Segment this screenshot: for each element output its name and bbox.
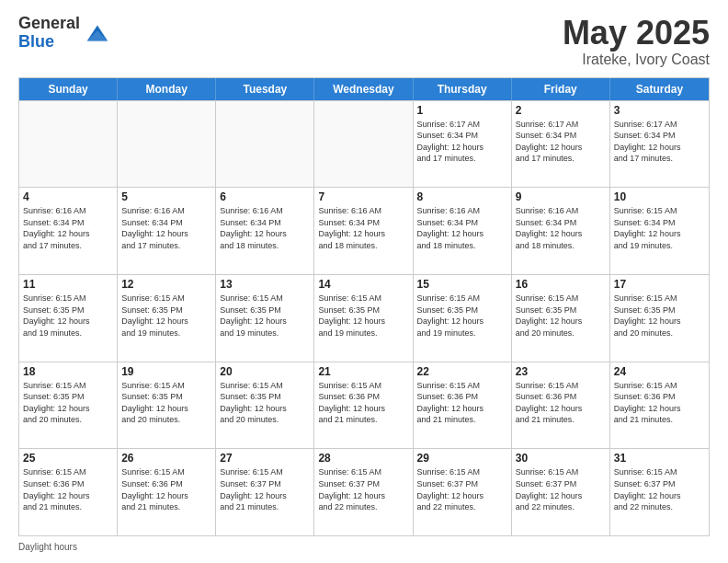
week-row-3: 11Sunrise: 6:15 AM Sunset: 6:35 PM Dayli… [19,274,709,362]
footer-text: Daylight hours [18,542,77,552]
day-number: 18 [23,365,113,378]
logo-text: General Blue [18,15,80,52]
cell-detail: Sunrise: 6:15 AM Sunset: 6:35 PM Dayligh… [121,293,211,339]
header-day-monday: Monday [118,78,216,100]
day-number: 26 [121,452,211,465]
day-number: 25 [23,452,113,465]
day-number: 23 [516,365,606,378]
day-number: 21 [318,365,408,378]
header-day-friday: Friday [512,78,610,100]
week-row-2: 4Sunrise: 6:16 AM Sunset: 6:34 PM Daylig… [19,187,709,274]
week-row-5: 25Sunrise: 6:15 AM Sunset: 6:36 PM Dayli… [19,448,709,535]
day-number: 10 [614,190,705,203]
cell-detail: Sunrise: 6:15 AM Sunset: 6:35 PM Dayligh… [23,380,113,426]
day-number: 2 [516,104,606,117]
week-row-1: 1Sunrise: 6:17 AM Sunset: 6:34 PM Daylig… [19,100,709,188]
cell-detail: Sunrise: 6:15 AM Sunset: 6:36 PM Dayligh… [318,380,408,426]
day-number: 8 [417,190,507,203]
cal-cell: 3Sunrise: 6:17 AM Sunset: 6:34 PM Daylig… [610,101,709,188]
page: General Blue May 2025 Irateke, Ivory Coa… [0,0,728,563]
day-number: 1 [417,104,507,117]
cal-cell: 31Sunrise: 6:15 AM Sunset: 6:37 PM Dayli… [610,449,709,535]
cal-cell: 10Sunrise: 6:15 AM Sunset: 6:34 PM Dayli… [610,188,709,274]
logo-blue: Blue [18,33,80,52]
cal-cell: 12Sunrise: 6:15 AM Sunset: 6:35 PM Dayli… [118,275,216,362]
cal-cell: 5Sunrise: 6:16 AM Sunset: 6:34 PM Daylig… [118,188,216,274]
cell-detail: Sunrise: 6:15 AM Sunset: 6:36 PM Dayligh… [516,380,606,426]
day-number: 24 [614,365,705,378]
cal-cell: 25Sunrise: 6:15 AM Sunset: 6:36 PM Dayli… [19,449,118,535]
cell-detail: Sunrise: 6:17 AM Sunset: 6:34 PM Dayligh… [516,119,606,165]
cell-detail: Sunrise: 6:16 AM Sunset: 6:34 PM Dayligh… [516,205,606,251]
day-number: 16 [516,278,606,291]
cal-cell [118,101,216,188]
cal-cell: 19Sunrise: 6:15 AM Sunset: 6:35 PM Dayli… [118,362,216,449]
cell-detail: Sunrise: 6:16 AM Sunset: 6:34 PM Dayligh… [318,205,408,251]
day-number: 30 [516,452,606,465]
cal-cell: 9Sunrise: 6:16 AM Sunset: 6:34 PM Daylig… [512,188,610,274]
cal-cell: 28Sunrise: 6:15 AM Sunset: 6:37 PM Dayli… [314,449,413,535]
header: General Blue May 2025 Irateke, Ivory Coa… [18,15,710,68]
cell-detail: Sunrise: 6:15 AM Sunset: 6:35 PM Dayligh… [318,293,408,339]
calendar: SundayMondayTuesdayWednesdayThursdayFrid… [18,77,710,536]
cell-detail: Sunrise: 6:15 AM Sunset: 6:37 PM Dayligh… [614,466,705,512]
header-day-saturday: Saturday [610,78,709,100]
cal-cell: 16Sunrise: 6:15 AM Sunset: 6:35 PM Dayli… [512,275,610,362]
cal-cell: 6Sunrise: 6:16 AM Sunset: 6:34 PM Daylig… [216,188,314,274]
day-number: 28 [318,452,408,465]
day-number: 15 [417,278,507,291]
day-number: 13 [220,278,310,291]
month-title: May 2025 [563,15,710,52]
cell-detail: Sunrise: 6:15 AM Sunset: 6:37 PM Dayligh… [417,466,507,512]
cal-cell: 29Sunrise: 6:15 AM Sunset: 6:37 PM Dayli… [414,449,512,535]
svg-marker-1 [87,30,108,40]
cal-cell: 14Sunrise: 6:15 AM Sunset: 6:35 PM Dayli… [314,275,413,362]
day-number: 17 [614,278,705,291]
week-row-4: 18Sunrise: 6:15 AM Sunset: 6:35 PM Dayli… [19,362,709,449]
cal-cell: 26Sunrise: 6:15 AM Sunset: 6:36 PM Dayli… [118,449,216,535]
cell-detail: Sunrise: 6:15 AM Sunset: 6:35 PM Dayligh… [121,380,211,426]
cal-cell: 15Sunrise: 6:15 AM Sunset: 6:35 PM Dayli… [414,275,512,362]
cal-cell [314,101,413,188]
header-day-sunday: Sunday [19,78,118,100]
logo-general: General [18,15,80,33]
day-number: 12 [121,278,211,291]
day-number: 19 [121,365,211,378]
day-number: 22 [417,365,507,378]
cal-cell: 23Sunrise: 6:15 AM Sunset: 6:36 PM Dayli… [512,362,610,449]
calendar-body: 1Sunrise: 6:17 AM Sunset: 6:34 PM Daylig… [19,100,709,535]
cell-detail: Sunrise: 6:15 AM Sunset: 6:35 PM Dayligh… [516,293,606,339]
cal-cell: 2Sunrise: 6:17 AM Sunset: 6:34 PM Daylig… [512,101,610,188]
cell-detail: Sunrise: 6:15 AM Sunset: 6:36 PM Dayligh… [121,466,211,512]
cal-cell: 27Sunrise: 6:15 AM Sunset: 6:37 PM Dayli… [216,449,314,535]
cell-detail: Sunrise: 6:16 AM Sunset: 6:34 PM Dayligh… [220,205,310,251]
cell-detail: Sunrise: 6:16 AM Sunset: 6:34 PM Dayligh… [417,205,507,251]
cell-detail: Sunrise: 6:16 AM Sunset: 6:34 PM Dayligh… [23,205,113,251]
day-number: 4 [23,190,113,203]
cell-detail: Sunrise: 6:15 AM Sunset: 6:35 PM Dayligh… [220,380,310,426]
cell-detail: Sunrise: 6:15 AM Sunset: 6:36 PM Dayligh… [614,380,705,426]
cal-cell: 24Sunrise: 6:15 AM Sunset: 6:36 PM Dayli… [610,362,709,449]
header-day-wednesday: Wednesday [314,78,413,100]
cell-detail: Sunrise: 6:15 AM Sunset: 6:34 PM Dayligh… [614,205,705,251]
cell-detail: Sunrise: 6:15 AM Sunset: 6:36 PM Dayligh… [417,380,507,426]
calendar-header: SundayMondayTuesdayWednesdayThursdayFrid… [19,78,709,100]
header-day-tuesday: Tuesday [216,78,314,100]
day-number: 5 [121,190,211,203]
cal-cell [216,101,314,188]
logo: General Blue [18,15,109,52]
cell-detail: Sunrise: 6:15 AM Sunset: 6:35 PM Dayligh… [23,293,113,339]
day-number: 6 [220,190,310,203]
cell-detail: Sunrise: 6:15 AM Sunset: 6:36 PM Dayligh… [23,466,113,512]
day-number: 14 [318,278,408,291]
cal-cell: 30Sunrise: 6:15 AM Sunset: 6:37 PM Dayli… [512,449,610,535]
day-number: 29 [417,452,507,465]
day-number: 20 [220,365,310,378]
day-number: 3 [614,104,705,117]
cal-cell: 13Sunrise: 6:15 AM Sunset: 6:35 PM Dayli… [216,275,314,362]
logo-icon [84,20,109,46]
day-number: 31 [614,452,705,465]
cell-detail: Sunrise: 6:17 AM Sunset: 6:34 PM Dayligh… [614,119,705,165]
cell-detail: Sunrise: 6:15 AM Sunset: 6:35 PM Dayligh… [417,293,507,339]
cal-cell: 7Sunrise: 6:16 AM Sunset: 6:34 PM Daylig… [314,188,413,274]
